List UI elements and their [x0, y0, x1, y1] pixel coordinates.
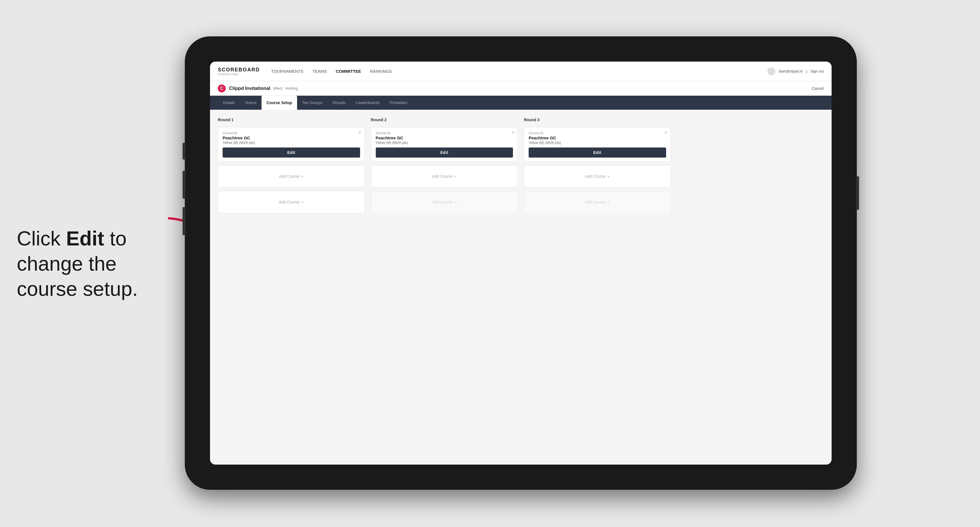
round-1-label: Round 1: [218, 117, 365, 122]
round-2-course-name: Peachtree GC: [376, 135, 513, 140]
sub-header: C Clippd Invitational (Men) Hosting Canc…: [210, 81, 832, 96]
cancel-button[interactable]: Cancel: [811, 86, 824, 90]
add-course-label-r1-2: Add Course: [279, 200, 300, 204]
round-2-add-course-1[interactable]: Add Course +: [371, 165, 518, 187]
tab-tee-groups[interactable]: Tee Groups: [297, 96, 327, 110]
add-course-label-r3-1: Add Course: [585, 174, 606, 179]
tournament-title: Clippd Invitational: [229, 86, 270, 91]
instruction-text: Click Edit tochange thecourse setup.: [17, 226, 179, 302]
tablet-shell: SCOREBOARD Powered by clippd TOURNAMENTS…: [185, 37, 857, 490]
round-1-delete-icon[interactable]: ×: [358, 130, 361, 135]
tab-details[interactable]: Details: [218, 96, 240, 110]
add-course-label-r2-2: Add Course: [432, 200, 453, 204]
round-2-course-card: × (Course A) Peachtree GC Yellow (M) (66…: [371, 127, 518, 162]
scoreboard-logo: SCOREBOARD Powered by clippd: [218, 67, 260, 76]
round-2-label: Round 2: [371, 117, 518, 122]
instruction-keyword: Edit: [66, 227, 104, 250]
nav-committee[interactable]: COMMITTEE: [336, 68, 361, 75]
add-course-icon-r2-2: +: [455, 200, 457, 204]
add-course-label-r2-1: Add Course: [432, 174, 453, 179]
add-course-icon-r1-1: +: [301, 174, 304, 179]
main-content: Round 1 × (Course A) Peachtree GC Yellow…: [210, 110, 832, 465]
sub-header-logo: C: [218, 84, 226, 92]
round-3-course-detail: Yellow (M) (6629 yds): [529, 141, 666, 145]
logo-subtitle: Powered by clippd: [218, 73, 260, 76]
tab-course-setup[interactable]: Course Setup: [261, 96, 297, 110]
round-3-delete-icon[interactable]: ×: [665, 130, 667, 135]
round-3-course-card: × (Course A) Peachtree GC Yellow (M) (66…: [524, 127, 671, 162]
round-1-course-name: Peachtree GC: [223, 135, 360, 140]
round-1-course-header: (Course A): [223, 131, 360, 135]
add-course-icon-r2-1: +: [455, 174, 457, 179]
hosting-status: Hosting: [285, 86, 298, 90]
add-course-label-r3-2: Add Course: [585, 200, 606, 204]
add-course-icon-r3-2: +: [607, 200, 609, 204]
round-2-column: Round 2 × (Course A) Peachtree GC Yellow…: [371, 117, 518, 213]
top-nav: SCOREBOARD Powered by clippd TOURNAMENTS…: [210, 62, 832, 81]
tab-results[interactable]: Results: [327, 96, 350, 110]
nav-links: TOURNAMENTS TEAMS COMMITTEE RANKINGS: [271, 68, 767, 75]
add-course-label-r1-1: Add Course: [279, 174, 300, 179]
round-1-column: Round 1 × (Course A) Peachtree GC Yellow…: [218, 117, 365, 213]
instruction-prefix: Click: [17, 227, 66, 250]
logo-title: SCOREBOARD: [218, 67, 260, 73]
nav-separator: |: [806, 69, 807, 73]
add-course-icon-r3-1: +: [607, 174, 609, 179]
round-1-course-card: × (Course A) Peachtree GC Yellow (M) (66…: [218, 127, 365, 162]
user-avatar: [767, 67, 775, 75]
sign-out-link[interactable]: Sign out: [810, 69, 824, 73]
round-3-label: Round 3: [524, 117, 671, 122]
round-3-course-name: Peachtree GC: [529, 135, 666, 140]
tab-leaderboards[interactable]: Leaderboards: [350, 96, 385, 110]
tab-printables[interactable]: Printables: [385, 96, 412, 110]
nav-teams[interactable]: TEAMS: [312, 68, 327, 75]
round-2-course-header: (Course A): [376, 131, 513, 135]
tablet-screen: SCOREBOARD Powered by clippd TOURNAMENTS…: [210, 62, 832, 465]
round-3-add-course-2: Add Course +: [524, 191, 671, 213]
tab-teams[interactable]: Teams: [240, 96, 261, 110]
round-3-course-header: (Course A): [529, 131, 666, 135]
tabs-bar: Details Teams Course Setup Tee Groups Re…: [210, 96, 832, 110]
nav-rankings[interactable]: RANKINGS: [370, 68, 392, 75]
round-2-delete-icon[interactable]: ×: [512, 130, 514, 135]
user-email: blair@clippd.io: [779, 69, 802, 73]
round-1-course-detail: Yellow (M) (6629 yds): [223, 141, 360, 145]
round-1-edit-button[interactable]: Edit: [223, 148, 360, 157]
add-course-icon-r1-2: +: [301, 200, 304, 204]
round-4-column-empty: [677, 117, 824, 213]
round-3-add-course-1[interactable]: Add Course +: [524, 165, 671, 187]
top-nav-right: blair@clippd.io | Sign out: [767, 67, 824, 75]
round-3-edit-button[interactable]: Edit: [529, 148, 666, 157]
round-2-add-course-2: Add Course +: [371, 191, 518, 213]
age-group-badge: (Men): [273, 86, 283, 90]
nav-tournaments[interactable]: TOURNAMENTS: [271, 68, 304, 75]
round-1-add-course-2[interactable]: Add Course +: [218, 191, 365, 213]
rounds-grid: Round 1 × (Course A) Peachtree GC Yellow…: [218, 117, 824, 213]
round-3-column: Round 3 × (Course A) Peachtree GC Yellow…: [524, 117, 671, 213]
round-2-course-detail: Yellow (M) (6629 yds): [376, 141, 513, 145]
round-1-add-course-1[interactable]: Add Course +: [218, 165, 365, 187]
round-2-edit-button[interactable]: Edit: [376, 148, 513, 157]
